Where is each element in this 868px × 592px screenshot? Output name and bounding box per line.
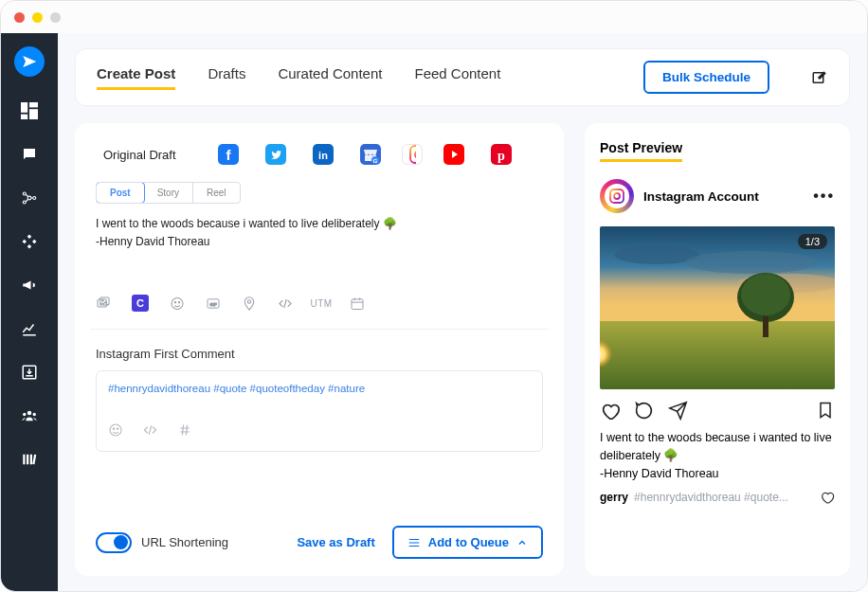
megaphone-icon[interactable] <box>20 276 39 295</box>
svg-point-45 <box>614 193 620 199</box>
svg-text:p: p <box>497 149 505 163</box>
svg-text:GIF: GIF <box>209 301 217 306</box>
svg-point-35 <box>174 301 175 302</box>
location-icon[interactable] <box>242 296 257 311</box>
code-icon[interactable] <box>278 296 293 311</box>
titlebar <box>1 1 867 33</box>
post-type-post[interactable]: Post <box>96 182 145 204</box>
svg-rect-14 <box>30 455 32 465</box>
pinterest-icon[interactable]: p <box>491 144 512 165</box>
tab-drafts[interactable]: Drafts <box>208 65 245 90</box>
googlebusiness-icon[interactable]: G <box>360 144 381 165</box>
compose-icon[interactable] <box>811 69 828 86</box>
svg-rect-15 <box>32 455 36 465</box>
svg-rect-54 <box>763 316 769 337</box>
hashtag-icon[interactable] <box>177 422 192 438</box>
caption-line1: I went to the woods because i wanted to … <box>96 215 543 233</box>
preview-title: Post Preview <box>600 140 682 162</box>
add-to-queue-label: Add to Queue <box>428 535 509 549</box>
svg-point-5 <box>23 201 26 204</box>
bookmark-icon[interactable] <box>816 401 835 420</box>
svg-text:G: G <box>372 158 377 164</box>
preview-image: 1/3 <box>600 226 835 389</box>
tab-curated[interactable]: Curated Content <box>278 65 382 90</box>
preview-caption: I went to the woods because i wanted to … <box>600 429 835 482</box>
linkedin-icon[interactable]: in <box>313 144 334 165</box>
post-type-story[interactable]: Story <box>144 183 193 203</box>
library-icon[interactable] <box>20 450 39 469</box>
analytics-icon[interactable] <box>20 319 39 338</box>
svg-point-48 <box>685 251 818 274</box>
utm-button[interactable]: UTM <box>314 296 329 311</box>
svg-point-41 <box>110 424 121 436</box>
window-maximize-icon[interactable] <box>50 12 61 23</box>
caption-line2: -Henny David Thoreau <box>96 233 543 251</box>
draft-label: Original Draft <box>103 148 176 162</box>
svg-point-26 <box>415 151 416 158</box>
svg-point-43 <box>117 428 118 429</box>
account-name: Instagram Account <box>643 189 804 204</box>
share-icon[interactable] <box>668 401 687 420</box>
svg-rect-40 <box>352 299 363 310</box>
svg-point-39 <box>247 300 250 303</box>
more-icon[interactable]: ••• <box>813 188 835 205</box>
gif-icon[interactable]: GIF <box>206 296 221 311</box>
svg-text:in: in <box>318 150 328 161</box>
svg-point-36 <box>178 301 179 302</box>
image-counter: 1/3 <box>798 234 827 249</box>
url-shortening-toggle[interactable] <box>96 532 132 553</box>
emoji-icon[interactable] <box>170 296 185 311</box>
app-logo-icon[interactable] <box>14 46 45 77</box>
bulk-schedule-button[interactable]: Bulk Schedule <box>643 61 769 94</box>
hashtags-text: #hennrydavidthoreau #quote #quoteoftheda… <box>108 383 531 394</box>
heart-icon[interactable] <box>600 401 619 420</box>
tab-create-post[interactable]: Create Post <box>97 65 175 90</box>
post-type-tabs: Post Story Reel <box>96 182 241 204</box>
caption-text[interactable]: I went to the woods because i wanted to … <box>96 215 543 251</box>
save-draft-button[interactable]: Save as Draft <box>297 535 374 549</box>
svg-rect-13 <box>27 455 28 465</box>
window-minimize-icon[interactable] <box>32 12 43 23</box>
team-icon[interactable] <box>20 406 39 425</box>
facebook-icon[interactable]: f <box>218 144 239 165</box>
svg-point-53 <box>741 274 790 315</box>
window-close-icon[interactable] <box>14 12 25 23</box>
first-comment-box[interactable]: #hennrydavidthoreau #quote #quoteoftheda… <box>96 370 543 452</box>
tab-feed[interactable]: Feed Content <box>414 65 500 90</box>
url-shortening-label: URL Shortening <box>141 535 228 549</box>
network-icon[interactable] <box>20 188 39 207</box>
instagram-icon[interactable] <box>402 144 423 165</box>
svg-point-7 <box>27 196 31 200</box>
twitter-icon[interactable] <box>265 144 286 165</box>
svg-point-34 <box>172 297 183 309</box>
lifebuoy-icon[interactable] <box>20 232 39 251</box>
topbar: Create Post Drafts Curated Content Feed … <box>75 48 850 106</box>
svg-rect-44 <box>610 189 624 203</box>
preview-tags: #hennrydavidthoreau #quote... <box>634 491 814 504</box>
svg-rect-2 <box>29 109 38 119</box>
message-icon[interactable] <box>20 145 39 164</box>
svg-point-4 <box>23 192 26 195</box>
preview-panel: Post Preview Instagram Account ••• <box>585 123 850 576</box>
svg-rect-0 <box>21 102 27 113</box>
sidebar <box>1 33 58 591</box>
preview-username: gerry <box>600 491 628 504</box>
calendar-icon[interactable] <box>350 296 365 311</box>
svg-rect-3 <box>21 115 27 119</box>
svg-point-42 <box>113 428 114 429</box>
emoji-icon[interactable] <box>108 422 123 438</box>
code-icon[interactable] <box>142 422 158 438</box>
youtube-icon[interactable] <box>443 144 464 165</box>
post-type-reel[interactable]: Reel <box>193 183 240 203</box>
download-icon[interactable] <box>20 363 39 382</box>
svg-point-33 <box>102 300 104 302</box>
svg-rect-1 <box>29 102 38 107</box>
add-to-queue-button[interactable]: Add to Queue <box>392 526 543 559</box>
media-icon[interactable] <box>96 296 111 311</box>
dashboard-icon[interactable] <box>20 101 39 120</box>
heart-outline-icon[interactable] <box>820 490 835 505</box>
first-comment-label: Instagram First Comment <box>96 347 543 361</box>
svg-rect-12 <box>23 455 25 465</box>
canva-icon[interactable]: C <box>132 295 149 312</box>
comment-icon[interactable] <box>634 401 653 420</box>
